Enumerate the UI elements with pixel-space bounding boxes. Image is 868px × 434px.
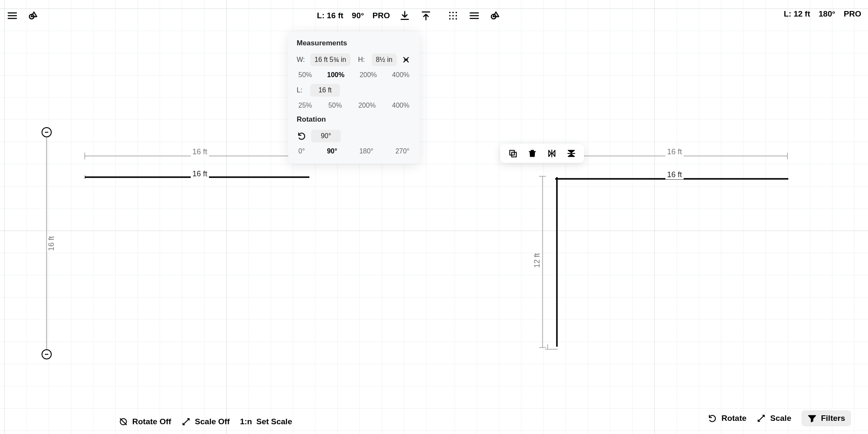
measurements-popover: Measurements W: 16 ft 5¾ in H: 8½ in 50%… — [288, 31, 420, 164]
length-readout: L: 12 ft — [784, 9, 810, 19]
trash-icon[interactable] — [527, 148, 537, 159]
svg-point-16 — [456, 18, 457, 19]
svg-point-10 — [456, 12, 457, 13]
scale-100[interactable]: 100% — [327, 71, 345, 79]
rot-180[interactable]: 180° — [359, 147, 373, 155]
set-scale[interactable]: 1:n Set Scale — [240, 417, 292, 426]
shapes-icon[interactable] — [27, 9, 40, 22]
rotation-input[interactable]: 90° — [311, 130, 341, 142]
lscale-400[interactable]: 400% — [392, 102, 409, 109]
popover-title-measurements: Measurements — [297, 39, 411, 47]
rot-90[interactable]: 90° — [327, 147, 337, 155]
l-input[interactable]: 16 ft — [310, 84, 340, 97]
filters-button[interactable]: Filters — [801, 410, 851, 426]
w-input[interactable]: 16 ft 5¾ in — [310, 53, 351, 66]
rot-0[interactable]: 0° — [298, 147, 305, 155]
upload-icon[interactable] — [420, 9, 432, 22]
scale-400[interactable]: 400% — [392, 71, 409, 79]
filters-label: Filters — [821, 414, 845, 423]
dim-top-label: 16 ft — [191, 147, 209, 156]
selection-action-bar — [500, 144, 584, 163]
corner-tick — [545, 344, 562, 353]
wall-h-label: 16 ft — [191, 170, 209, 178]
shapes-icon[interactable] — [489, 9, 502, 22]
pro-badge[interactable]: PRO — [844, 9, 861, 19]
h-input[interactable]: 8½ in — [372, 53, 397, 66]
l-label: L: — [297, 86, 306, 94]
rotate-toggle[interactable]: Rotate Off — [119, 417, 171, 426]
scale-50[interactable]: 50% — [298, 71, 312, 79]
lscale-25[interactable]: 25% — [298, 102, 312, 109]
apps-grid-icon[interactable] — [447, 9, 459, 22]
rotate-ccw-icon[interactable] — [297, 131, 307, 141]
rot-270[interactable]: 270° — [395, 147, 409, 155]
download-icon[interactable] — [398, 9, 411, 22]
angle-readout: 90° — [352, 11, 364, 20]
svg-point-8 — [449, 12, 451, 13]
scale-button[interactable]: Scale — [757, 414, 791, 423]
rotate-button[interactable]: Rotate — [708, 414, 746, 423]
rotate-label: Rotate — [721, 414, 746, 423]
duplicate-icon[interactable] — [508, 148, 518, 159]
wall-h-label: 16 ft — [665, 170, 684, 179]
svg-point-9 — [452, 12, 453, 13]
w-label: W: — [297, 56, 306, 64]
length-readout: L: 16 ft — [317, 11, 343, 20]
handle-top[interactable] — [42, 127, 52, 137]
link-wh-icon[interactable] — [401, 55, 411, 65]
svg-point-14 — [449, 18, 451, 19]
dim-top-label: 16 ft — [665, 147, 684, 156]
wall-v-label: 16 ft — [47, 234, 56, 253]
h-label: H: — [358, 56, 367, 64]
svg-point-13 — [456, 15, 457, 16]
svg-point-11 — [449, 15, 451, 16]
menu-icon[interactable] — [468, 9, 481, 22]
scale-toggle[interactable]: Scale Off — [181, 417, 230, 426]
popover-title-rotation: Rotation — [297, 115, 411, 124]
flip-horizontal-icon[interactable] — [547, 148, 557, 159]
svg-point-12 — [452, 15, 453, 16]
pro-badge[interactable]: PRO — [373, 11, 390, 20]
angle-readout: 180° — [819, 9, 835, 19]
handle-bottom[interactable] — [42, 349, 52, 359]
scale-label: Scale — [770, 414, 791, 423]
scale-200[interactable]: 200% — [359, 71, 377, 79]
setscale-label: Set Scale — [256, 417, 292, 426]
rotate-toggle-label: Rotate Off — [132, 417, 171, 426]
wall-v-label: 12 ft — [533, 251, 542, 270]
menu-icon[interactable] — [6, 9, 19, 22]
ratio-label: 1:n — [240, 417, 252, 426]
wall-L[interactable] — [555, 177, 793, 355]
lscale-50[interactable]: 50% — [328, 102, 342, 109]
svg-point-15 — [452, 18, 453, 19]
scale-toggle-label: Scale Off — [195, 417, 230, 426]
flip-vertical-icon[interactable] — [566, 148, 576, 159]
lscale-200[interactable]: 200% — [358, 102, 376, 109]
